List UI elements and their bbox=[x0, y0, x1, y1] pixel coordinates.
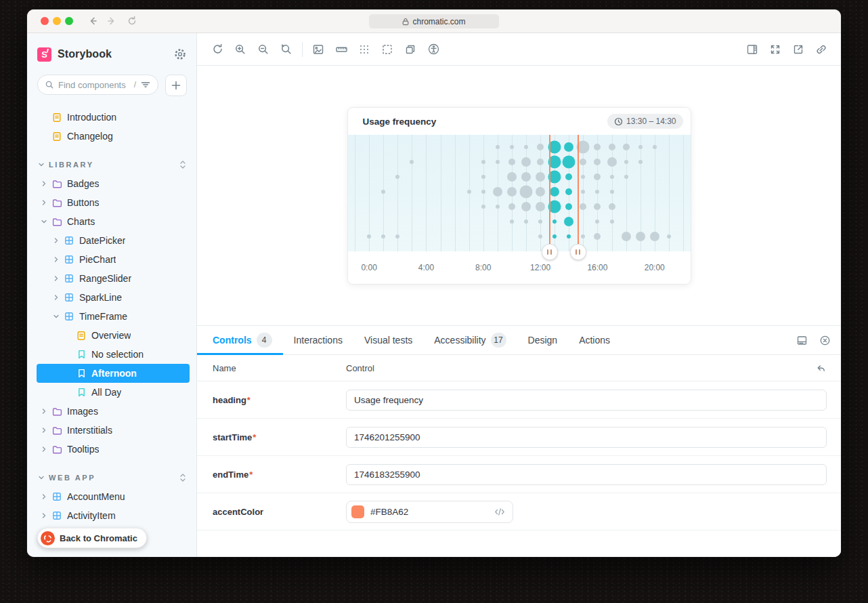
chart-gridline bbox=[683, 135, 684, 251]
usage-dot bbox=[636, 232, 645, 241]
open-new-tab-button[interactable] bbox=[787, 39, 810, 60]
usage-dot bbox=[624, 160, 628, 164]
usage-dot bbox=[367, 234, 371, 238]
usage-dot bbox=[581, 175, 585, 179]
zoom-in-button[interactable] bbox=[229, 39, 252, 60]
selection-start-line bbox=[549, 135, 550, 251]
sidebar-item-accountmenu[interactable]: AccountMenu bbox=[37, 487, 190, 506]
doc-icon bbox=[76, 331, 87, 341]
active-usage-dot bbox=[565, 203, 572, 210]
search-placeholder: Find components bbox=[58, 80, 130, 90]
sidebar-item-badges[interactable]: Badges bbox=[37, 174, 190, 193]
item-label: Charts bbox=[67, 216, 95, 227]
remount-button[interactable] bbox=[206, 39, 229, 60]
item-label: Badges bbox=[67, 178, 99, 189]
grid-button[interactable] bbox=[353, 39, 376, 60]
tab-actions[interactable]: Actions bbox=[568, 326, 621, 354]
tab-visual-tests[interactable]: Visual tests bbox=[353, 326, 423, 354]
item-label: Interstitials bbox=[67, 425, 112, 436]
code-icon[interactable] bbox=[494, 507, 505, 516]
sidebar-item-piechart[interactable]: PieChart bbox=[37, 250, 190, 269]
sidebar-item-charts[interactable]: Charts bbox=[37, 212, 190, 231]
outline-button[interactable] bbox=[376, 39, 399, 60]
range-end-handle[interactable] bbox=[570, 244, 586, 260]
component-icon bbox=[51, 511, 62, 520]
sidebar-item-rangeslider[interactable]: RangeSlider bbox=[37, 269, 190, 288]
component-tree: IntroductionChangelogLIBRARYBadgesButton… bbox=[27, 108, 196, 544]
zoom-out-button[interactable] bbox=[252, 39, 275, 60]
browser-forward-button[interactable] bbox=[106, 15, 118, 27]
panel-position-icon[interactable] bbox=[794, 332, 810, 348]
zoom-reset-button[interactable] bbox=[275, 39, 298, 60]
sidebar-item-datepicker[interactable]: DatePicker bbox=[37, 231, 190, 250]
backgrounds-button[interactable] bbox=[307, 39, 330, 60]
control-input-endTime[interactable] bbox=[346, 464, 827, 485]
filter-icon[interactable] bbox=[140, 80, 151, 89]
sidebar-item-interstitials[interactable]: Interstitials bbox=[37, 421, 190, 440]
measure-button[interactable] bbox=[330, 39, 353, 60]
usage-dot bbox=[610, 190, 614, 194]
usage-dot bbox=[508, 203, 515, 210]
usage-dot bbox=[624, 175, 628, 179]
open-new-tab-icon bbox=[792, 43, 804, 56]
browser-back-button[interactable] bbox=[87, 15, 99, 27]
tab-accessibility[interactable]: Accessibility17 bbox=[423, 326, 517, 354]
time-range-badge: 13:30 – 14:30 bbox=[607, 114, 682, 129]
close-panel-icon[interactable] bbox=[817, 332, 833, 348]
brand-title: Storybook bbox=[58, 48, 173, 60]
tab-count-badge: 17 bbox=[491, 333, 506, 348]
sidebar-item-activityitem[interactable]: ActivityItem bbox=[37, 506, 190, 525]
usage-dot bbox=[538, 234, 542, 238]
search-input[interactable]: Find components / bbox=[37, 75, 158, 95]
gear-icon[interactable] bbox=[173, 47, 187, 61]
usage-dot bbox=[607, 157, 617, 167]
sidebar-item-changelog[interactable]: Changelog bbox=[37, 127, 190, 146]
viewports-button[interactable] bbox=[399, 39, 422, 60]
sidebar-section-web-app[interactable]: WEB APP bbox=[37, 468, 190, 487]
sidebar-item-tooltips[interactable]: Tooltips bbox=[37, 440, 190, 459]
browser-reload-button[interactable] bbox=[126, 15, 138, 27]
usage-dot bbox=[496, 145, 500, 149]
sidebar-item-no-selection[interactable]: No selection bbox=[37, 345, 190, 364]
outline-icon bbox=[381, 43, 393, 56]
back-to-chromatic-button[interactable]: Back to Chromatic bbox=[37, 528, 147, 548]
url-bar[interactable]: chromatic.com bbox=[369, 14, 499, 28]
usage-dot bbox=[507, 172, 517, 182]
component-icon bbox=[64, 293, 74, 302]
window-minimize-button[interactable] bbox=[53, 17, 61, 25]
create-story-button[interactable] bbox=[165, 75, 187, 96]
collapse-expand-icon[interactable] bbox=[179, 160, 187, 169]
sidebar-item-afternoon[interactable]: Afternoon bbox=[37, 364, 190, 383]
item-label: RangeSlider bbox=[79, 273, 131, 284]
active-usage-dot bbox=[552, 234, 557, 238]
item-label: Changelog bbox=[67, 131, 113, 142]
window-zoom-button[interactable] bbox=[65, 17, 73, 25]
reset-controls-icon[interactable] bbox=[815, 362, 827, 374]
sidebar-item-all-day[interactable]: All Day bbox=[37, 383, 190, 402]
control-color-accentColor[interactable]: #FB8A62 bbox=[346, 501, 513, 523]
range-start-handle[interactable] bbox=[542, 244, 558, 260]
accessibility-button[interactable] bbox=[422, 39, 445, 60]
sidebar-section-library[interactable]: LIBRARY bbox=[37, 155, 190, 174]
sidebar-item-images[interactable]: Images bbox=[37, 402, 190, 421]
sidebar-item-buttons[interactable]: Buttons bbox=[37, 193, 190, 212]
link-button[interactable] bbox=[810, 39, 833, 60]
active-usage-dot bbox=[567, 234, 571, 238]
sidebar-item-overview[interactable]: Overview bbox=[37, 326, 190, 345]
collapse-expand-icon[interactable] bbox=[179, 473, 187, 482]
fullscreen-button[interactable] bbox=[764, 39, 787, 60]
usage-dot bbox=[609, 144, 615, 150]
tab-design[interactable]: Design bbox=[517, 326, 569, 354]
control-input-heading[interactable] bbox=[346, 390, 827, 411]
tab-interactions[interactable]: Interactions bbox=[283, 326, 353, 354]
sidebar-item-timeframe[interactable]: TimeFrame bbox=[37, 307, 190, 326]
usage-dot bbox=[638, 145, 643, 149]
item-label: Overview bbox=[91, 330, 131, 341]
control-row-accentColor: accentColor#FB8A62 bbox=[197, 493, 841, 531]
sidebar-item-introduction[interactable]: Introduction bbox=[37, 108, 190, 127]
control-input-startTime[interactable] bbox=[346, 427, 827, 448]
sidebar-item-sparkline[interactable]: SparkLine bbox=[37, 288, 190, 307]
panel-position-button[interactable] bbox=[741, 39, 764, 60]
tab-controls[interactable]: Controls4 bbox=[197, 326, 283, 354]
window-close-button[interactable] bbox=[41, 17, 49, 25]
